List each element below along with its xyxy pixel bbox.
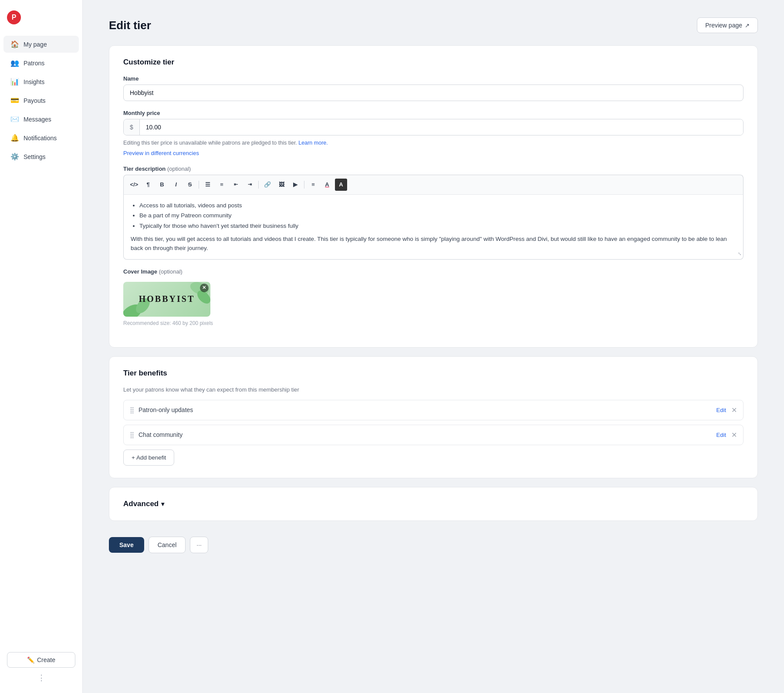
insights-icon: 📊 (10, 78, 19, 86)
learn-more-link[interactable]: Learn more. (298, 140, 328, 146)
benefits-subtitle: Let your patrons know what they can expe… (123, 386, 743, 393)
settings-icon: ⚙️ (10, 152, 19, 161)
patreon-logo: P (7, 10, 21, 24)
toolbar-bullet-list[interactable]: ☰ (202, 179, 214, 191)
main-content: Edit tier Preview page ↗ Customize tier … (83, 0, 784, 693)
sidebar-item-patrons[interactable]: 👥 Patrons (3, 54, 79, 71)
cover-image-wrapper: HOBBYIST ✕ (123, 282, 210, 317)
tier-name-input[interactable] (123, 85, 743, 101)
price-notice-text: Editing this tier price is unavailable w… (123, 139, 743, 147)
sidebar-item-label: Patrons (24, 60, 44, 67)
benefits-title: Tier benefits (123, 369, 743, 378)
price-input[interactable] (140, 119, 743, 135)
editor-toolbar: </> ¶ B I S ☰ ≡ ⇤ ⇥ 🔗 🖼 ▶ ≡ A A (123, 175, 743, 195)
toolbar-link[interactable]: 🔗 (261, 179, 274, 191)
toolbar-numbered-list[interactable]: ≡ (216, 179, 228, 191)
cancel-button[interactable]: Cancel (149, 537, 186, 553)
preview-currencies-link[interactable]: Preview in different currencies (123, 150, 199, 156)
cover-image-rec-size: Recommended size: 460 by 200 pixels (123, 320, 743, 326)
drag-handle-patron-updates[interactable]: ⣿ (130, 406, 134, 413)
remove-benefit-patron-updates[interactable]: ✕ (731, 406, 737, 414)
save-button[interactable]: Save (109, 537, 144, 553)
sidebar-item-label: Insights (24, 78, 44, 85)
edit-benefit-chat-community[interactable]: Edit (716, 432, 726, 438)
price-field-group: Monthly price $ Editing this tier price … (123, 110, 743, 157)
toolbar-divider-1 (199, 181, 199, 189)
sidebar-item-label: Notifications (24, 135, 57, 142)
toolbar-align[interactable]: ≡ (307, 179, 319, 191)
preview-page-button[interactable]: Preview page ↗ (697, 17, 758, 33)
toolbar-image[interactable]: 🖼 (275, 179, 287, 191)
sidebar-item-insights[interactable]: 📊 Insights (3, 73, 79, 90)
bullet-2: Be a part of my Patreon community (139, 211, 736, 220)
price-input-wrapper: $ (123, 119, 743, 135)
messages-icon: ✉️ (10, 115, 19, 123)
toolbar-paragraph[interactable]: ¶ (142, 179, 154, 191)
resize-handle[interactable]: ⤡ (738, 250, 741, 257)
benefit-row-patron-updates: ⣿ Patron-only updates Edit ✕ (123, 400, 743, 420)
sidebar-item-messages[interactable]: ✉️ Messages (3, 111, 79, 128)
sidebar-logo: P (0, 7, 82, 35)
toolbar-code[interactable]: </> (128, 179, 140, 191)
bullet-1: Access to all tutorials, videos and post… (139, 201, 736, 210)
benefit-name-chat-community: Chat community (139, 431, 716, 438)
toolbar-divider-2 (258, 181, 259, 189)
remove-benefit-chat-community[interactable]: ✕ (731, 431, 737, 439)
toolbar-video[interactable]: ▶ (289, 179, 301, 191)
description-editor[interactable]: Access to all tutorials, videos and post… (123, 195, 743, 260)
page-header: Edit tier Preview page ↗ (109, 17, 758, 33)
toolbar-bold[interactable]: B (156, 179, 168, 191)
sidebar-item-notifications[interactable]: 🔔 Notifications (3, 129, 79, 146)
description-optional: (optional) (167, 166, 191, 172)
cover-image-text: HOBBYIST (139, 294, 195, 304)
footer-actions: Save Cancel ··· (109, 530, 758, 567)
description-label: Tier description (optional) (123, 166, 743, 172)
external-link-icon: ↗ (745, 22, 750, 29)
chevron-down-icon: ▾ (161, 500, 164, 507)
description-body-text: With this tier, you will get access to a… (131, 234, 736, 253)
toolbar-highlight[interactable]: A (335, 179, 347, 191)
price-label: Monthly price (123, 110, 743, 116)
notifications-icon: 🔔 (10, 134, 19, 142)
toolbar-strikethrough[interactable]: S (184, 179, 196, 191)
toolbar-italic[interactable]: I (170, 179, 182, 191)
description-field-group: Tier description (optional) </> ¶ B I S … (123, 166, 743, 260)
name-field-group: Name (123, 75, 743, 101)
payouts-icon: 💳 (10, 96, 19, 105)
sidebar-item-label: Messages (24, 116, 51, 123)
toolbar-font-color[interactable]: A (321, 179, 333, 191)
toolbar-indent-left[interactable]: ⇤ (230, 179, 242, 191)
sidebar-item-my-page[interactable]: 🏠 My page (3, 36, 79, 53)
toolbar-divider-3 (304, 181, 304, 189)
sidebar-item-label: My page (24, 41, 47, 48)
patrons-icon: 👥 (10, 59, 19, 67)
sidebar: P 🏠 My page 👥 Patrons 📊 Insights 💳 Payou… (0, 0, 83, 693)
drag-handle-chat-community[interactable]: ⣿ (130, 431, 134, 438)
sidebar-item-payouts[interactable]: 💳 Payouts (3, 92, 79, 109)
tier-benefits-card: Tier benefits Let your patrons know what… (109, 356, 758, 478)
description-bullets-list: Access to all tutorials, videos and post… (131, 201, 736, 231)
edit-benefit-patron-updates[interactable]: Edit (716, 407, 726, 413)
customize-tier-card: Customize tier Name Monthly price $ Edit… (109, 45, 758, 348)
cover-image-preview: HOBBYIST ✕ (123, 282, 210, 317)
page-title: Edit tier (109, 19, 151, 32)
advanced-title: Advanced (123, 500, 159, 508)
price-currency-symbol: $ (124, 119, 140, 135)
add-benefit-button[interactable]: + Add benefit (123, 450, 174, 466)
sidebar-more-options[interactable]: ⋮ (7, 673, 75, 683)
create-button[interactable]: ✏️ Create (7, 652, 75, 668)
sidebar-item-label: Payouts (24, 97, 46, 104)
cover-image-group: Cover Image (optional) HOBBYIST ✕ (123, 268, 743, 326)
home-icon: 🏠 (10, 40, 19, 48)
toolbar-indent-right[interactable]: ⇥ (243, 179, 256, 191)
advanced-section-toggle[interactable]: Advanced ▾ (123, 500, 743, 508)
sidebar-item-settings[interactable]: ⚙️ Settings (3, 148, 79, 165)
cover-image-optional: (optional) (159, 268, 182, 275)
name-label: Name (123, 75, 743, 82)
create-pencil-icon: ✏️ (27, 656, 34, 663)
cover-image-remove-button[interactable]: ✕ (200, 284, 209, 292)
benefit-row-chat-community: ⣿ Chat community Edit ✕ (123, 425, 743, 445)
more-options-button[interactable]: ··· (190, 537, 208, 553)
bullet-3: Typically for those who haven't yet star… (139, 221, 736, 231)
cover-image-label: Cover Image (optional) (123, 268, 743, 275)
